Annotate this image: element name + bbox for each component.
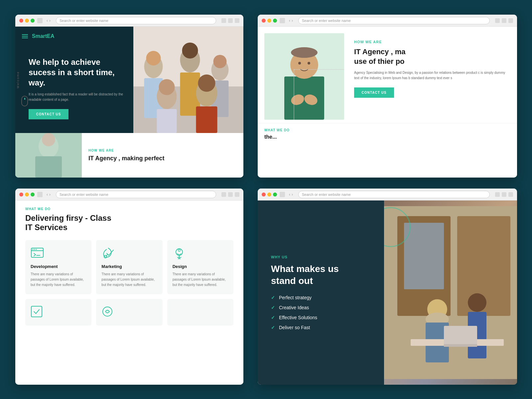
toolbar-4: ‹ › Search or enter website name [258, 189, 517, 200]
address-bar-3[interactable]: Search or enter website name [56, 191, 216, 198]
services-grid-2 [25, 299, 233, 326]
forward-arrow-icon-2[interactable]: › [292, 18, 293, 23]
contact-us-button-1[interactable]: CONTACT US [29, 109, 68, 119]
share-icon[interactable] [221, 18, 226, 23]
why-us-checklist: ✓ Perfect strategy ✓ Creative Ideas ✓ Ef… [271, 295, 371, 330]
address-text-1: Search or enter website name [60, 19, 108, 23]
service-card-partial-3 [167, 299, 233, 326]
service-card-partial-2 [96, 299, 162, 326]
tab-icon-4 [280, 192, 285, 197]
address-bar-4[interactable]: Search or enter website name [298, 191, 490, 198]
maximize-dot-3[interactable] [31, 193, 35, 197]
maximize-dot[interactable] [31, 19, 35, 23]
address-text-4: Search or enter website name [302, 193, 351, 197]
minimize-dot[interactable] [25, 19, 29, 23]
back-arrow-icon-4[interactable]: ‹ [289, 192, 290, 197]
checklist-label-4: Deliver so Fast [279, 325, 310, 330]
svg-point-34 [34, 249, 35, 250]
checklist-item-2: ✓ Creative Ideas [271, 305, 371, 310]
more-icon-4[interactable] [508, 192, 513, 197]
how-we-are-tag: HOW WE ARE [88, 149, 164, 152]
check-icon-3: ✓ [271, 315, 275, 320]
close-dot-3[interactable] [19, 193, 23, 197]
browser-actions-4 [495, 192, 513, 197]
new-tab-icon-2[interactable] [502, 18, 506, 23]
address-bar-1[interactable]: Search or enter website name [56, 17, 216, 24]
what-we-do-tag-2: WHAT WE DO [264, 128, 510, 132]
svg-rect-45 [404, 223, 444, 289]
below-hero: HOW WE ARE IT Agency , making perfect [15, 133, 243, 178]
design-icon [173, 247, 186, 260]
service-card-marketing: Marketing There are many variations of p… [96, 240, 162, 294]
team-meeting-svg [133, 27, 243, 133]
svg-point-5 [146, 51, 161, 66]
svg-rect-21 [35, 156, 62, 178]
partial-icon-2 [101, 306, 113, 318]
minimize-dot-4[interactable] [267, 193, 271, 197]
window-4-content: WHY US What makes us stand out ✓ Perfect… [258, 200, 517, 385]
checklist-item-1: ✓ Perfect strategy [271, 295, 371, 300]
scroll-dot [24, 98, 25, 100]
close-dot-2[interactable] [262, 19, 266, 23]
maximize-dot-4[interactable] [273, 193, 277, 197]
checklist-label-2: Creative Ideas [279, 305, 309, 310]
service-card-design: Design There are many variations of pass… [167, 240, 233, 294]
marketing-title: Marketing [101, 264, 157, 269]
more-icon-3[interactable] [235, 192, 239, 197]
hero-left: SmartEA Welcome We help to achieve suces… [15, 27, 133, 133]
window-controls-1 [19, 19, 35, 23]
browser-window-4: ‹ › Search or enter website name WHY US … [258, 189, 517, 385]
new-tab-icon-3[interactable] [228, 192, 233, 197]
why-us-tag: WHY US [271, 255, 371, 259]
svg-point-11 [213, 55, 227, 68]
what-we-do-tag-3: WHAT WE DO [25, 207, 233, 211]
back-arrow-icon[interactable]: ‹ [47, 18, 48, 23]
minimize-dot-2[interactable] [267, 19, 271, 23]
share-icon-2[interactable] [495, 18, 500, 23]
win4-right [384, 200, 517, 385]
checklist-item-4: ✓ Deliver so Fast [271, 325, 371, 330]
hamburger-icon[interactable] [22, 34, 28, 38]
back-arrow-icon-2[interactable]: ‹ [289, 18, 290, 23]
win2-title: IT Agency , mause of thier po [354, 47, 507, 66]
more-icon[interactable] [235, 18, 239, 23]
nav-arrows: ‹ › [47, 18, 51, 23]
close-dot[interactable] [19, 19, 23, 23]
forward-arrow-icon-4[interactable]: › [292, 192, 293, 197]
svg-rect-13 [196, 106, 217, 133]
forward-arrow-icon-3[interactable]: › [49, 192, 51, 197]
svg-point-17 [159, 79, 175, 95]
design-title: Design [173, 264, 228, 269]
window-controls-4 [262, 193, 277, 197]
svg-point-38 [178, 249, 180, 251]
win2-body-text: Agency Specialising in Web and Design, b… [354, 70, 507, 81]
new-tab-icon-4[interactable] [502, 192, 506, 197]
svg-rect-39 [31, 306, 42, 317]
address-text-2: Search or enter website name [302, 19, 351, 23]
nav-arrows-3: ‹ › [47, 192, 51, 197]
win3-title-line2: IT Services [25, 223, 67, 232]
share-icon-3[interactable] [221, 192, 226, 197]
win3-title-line1: Delivering firsy - Class [25, 213, 111, 222]
forward-arrow-icon[interactable]: › [49, 18, 51, 23]
address-bar-2[interactable]: Search or enter website name [298, 17, 490, 24]
hero-title: We help to achieve sucess in a short tim… [29, 57, 123, 88]
nav-arrows-2: ‹ › [289, 18, 293, 23]
service-card-partial-1 [25, 299, 91, 326]
minimize-dot-3[interactable] [25, 193, 29, 197]
close-dot-4[interactable] [262, 193, 266, 197]
more-icon-2[interactable] [508, 18, 513, 23]
checklist-item-3: ✓ Effective Solutions [271, 315, 371, 320]
share-icon-4[interactable] [495, 192, 500, 197]
svg-point-33 [33, 249, 34, 250]
contact-us-button-2[interactable]: CONTACT US [354, 87, 394, 98]
below-hero-text: HOW WE ARE IT Agency , making perfect [82, 133, 171, 178]
window-controls-3 [19, 193, 35, 197]
partial-icon-1 [31, 306, 43, 318]
browser-window-2: ‹ › Search or enter website name [258, 15, 517, 178]
svg-point-8 [182, 43, 198, 59]
new-tab-icon[interactable] [228, 18, 233, 23]
back-arrow-icon-3[interactable]: ‹ [47, 192, 48, 197]
toolbar-2: ‹ › Search or enter website name [258, 15, 517, 27]
maximize-dot-2[interactable] [273, 19, 277, 23]
